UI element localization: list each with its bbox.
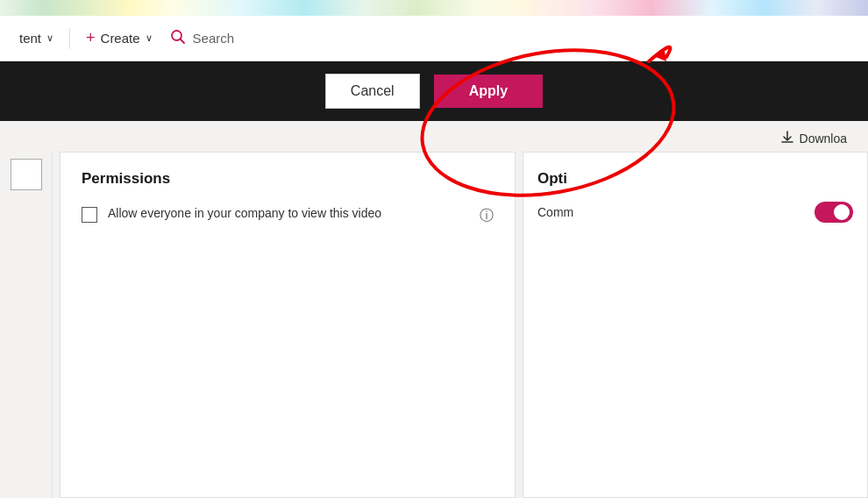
download-button[interactable]: Downloa <box>780 130 847 146</box>
content-menu-button[interactable]: tent ∨ <box>11 25 62 51</box>
permission-row: Allow everyone in your company to view t… <box>82 205 494 225</box>
permissions-panel: Permissions Allow everyone in your compa… <box>60 152 516 498</box>
cancel-button[interactable]: Cancel <box>325 74 420 109</box>
content-area: Downloa Permissions Allow everyone in yo… <box>0 121 868 498</box>
search-label: Search <box>193 31 235 46</box>
allow-everyone-checkbox[interactable] <box>82 207 97 223</box>
search-icon <box>170 29 186 48</box>
panels-row: Permissions Allow everyone in your compa… <box>0 152 868 498</box>
left-panel <box>0 152 53 498</box>
permissions-title: Permissions <box>82 170 494 188</box>
nav-bar: tent ∨ + Create ∨ Search <box>0 16 868 61</box>
create-label: Create <box>101 31 140 46</box>
options-panel: Opti Comm <box>523 152 868 498</box>
content-label: tent <box>19 31 41 46</box>
download-icon <box>780 130 794 146</box>
svg-line-1 <box>180 39 184 43</box>
comments-toggle[interactable] <box>815 202 853 223</box>
toggle-track <box>815 202 853 223</box>
toolbar-row: Downloa <box>0 121 868 152</box>
content-chevron-icon: ∨ <box>46 32 53 44</box>
create-chevron-icon: ∨ <box>146 32 153 44</box>
create-menu-button[interactable]: + Create ∨ <box>77 24 161 53</box>
toggle-thumb <box>834 204 850 220</box>
apply-button[interactable]: Apply <box>434 75 543 108</box>
comments-row: Comm <box>537 202 853 223</box>
nav-divider-1 <box>69 28 70 49</box>
options-title: Opti <box>537 170 853 188</box>
download-label: Downloa <box>800 132 847 146</box>
info-icon: ⓘ <box>480 207 494 225</box>
dialog-action-bar: Cancel Apply <box>0 61 868 121</box>
plus-icon: + <box>86 29 96 47</box>
comments-label: Comm <box>537 205 573 219</box>
left-mini-item <box>11 159 42 190</box>
allow-everyone-label: Allow everyone in your company to view t… <box>108 205 469 223</box>
search-area[interactable]: Search <box>161 24 244 53</box>
rainbow-bar <box>0 0 868 16</box>
